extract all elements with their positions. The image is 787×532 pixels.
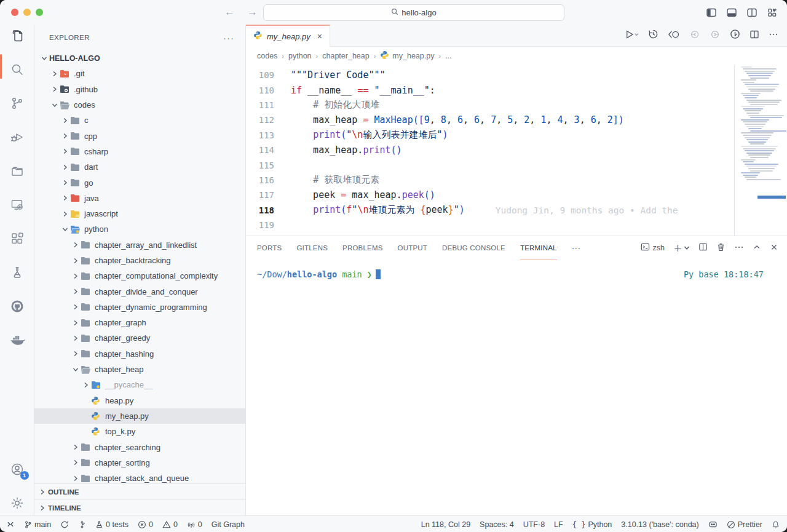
tree-item-codes[interactable]: codes xyxy=(34,97,245,113)
panel-tab-gitlens[interactable]: GITLENS xyxy=(296,236,328,260)
chevron-right-icon[interactable] xyxy=(71,444,81,450)
source-control-icon[interactable] xyxy=(10,96,25,111)
chevron-right-icon[interactable] xyxy=(60,195,70,201)
status-3-10-13-base-conda[interactable]: 3.10.13 ('base': conda) xyxy=(621,520,698,529)
nav-forward-icon[interactable] xyxy=(710,30,721,42)
tree-item-go[interactable]: go xyxy=(34,175,245,190)
status-warning[interactable]: 0 xyxy=(162,520,178,529)
minimap[interactable] xyxy=(734,65,787,236)
chevron-right-icon[interactable] xyxy=(71,258,81,264)
code-line-117[interactable]: 117 peek = max_heap.peek() xyxy=(246,188,787,202)
remote-explorer-icon[interactable] xyxy=(10,197,25,212)
status-ln-118-col-29[interactable]: Ln 118, Col 29 xyxy=(421,520,470,529)
gitlens-open-revision-icon[interactable] xyxy=(668,30,680,42)
chevron-right-icon[interactable] xyxy=(71,459,81,466)
search-icon[interactable] xyxy=(10,62,25,77)
code-line-116[interactable]: 116 # 获取堆顶元素 xyxy=(246,173,787,188)
new-terminal-icon[interactable] xyxy=(673,244,690,253)
tree-item-heap-py[interactable]: heap.py xyxy=(34,393,245,408)
history-icon[interactable] xyxy=(648,29,658,42)
status-gitlens[interactable] xyxy=(78,520,86,529)
toggle-panel-icon[interactable] xyxy=(727,8,737,17)
settings-gear-icon[interactable] xyxy=(10,496,25,510)
run-icon[interactable] xyxy=(625,30,639,42)
chevron-down-icon[interactable] xyxy=(60,226,70,232)
tree-item-chapter-backtracking[interactable]: chapter_backtracking xyxy=(34,253,245,268)
tree-item-my-heap-py[interactable]: my_heap.py xyxy=(34,408,245,424)
github-icon[interactable] xyxy=(10,299,25,314)
panel-tab-output[interactable]: OUTPUT xyxy=(398,236,427,260)
tree-item-chapter-heap[interactable]: chapter_heap xyxy=(34,362,245,377)
breadcrumb-item-chapter-heap[interactable]: chapter_heap xyxy=(322,52,369,60)
code-editor[interactable]: 109"""Driver Code"""110if __name__ == "_… xyxy=(246,65,787,236)
tree-item-javascript[interactable]: JSjavascript xyxy=(34,206,245,221)
code-line-114[interactable]: 114 max_heap.print() xyxy=(246,143,787,157)
code-line-112[interactable]: 112 max_heap = MaxHeap([9, 8, 6, 6, 7, 5… xyxy=(246,113,787,127)
status-git-graph[interactable]: Git Graph xyxy=(212,520,245,529)
toggle-sidebar-icon[interactable] xyxy=(706,8,716,17)
chevron-down-icon[interactable] xyxy=(50,102,60,108)
tree-item-top-k-py[interactable]: top_k.py xyxy=(34,424,245,439)
command-center-search[interactable]: hello-algo xyxy=(263,4,564,21)
code-line-110[interactable]: 110if __name__ == "__main__": xyxy=(246,82,787,97)
shell-selector[interactable]: zsh xyxy=(641,242,665,253)
status-bell[interactable] xyxy=(772,520,780,529)
chevron-down-icon[interactable] xyxy=(684,245,690,251)
tree-item-chapter-searching[interactable]: chapter_searching xyxy=(34,439,245,455)
code-line-109[interactable]: 109"""Driver Code""" xyxy=(246,68,787,82)
tab-my-heap[interactable]: my_heap.py × xyxy=(246,25,330,47)
history-back-button[interactable]: ← xyxy=(224,6,235,18)
run-debug-icon[interactable] xyxy=(10,130,25,145)
close-window-button[interactable] xyxy=(11,9,18,16)
chevron-right-icon[interactable] xyxy=(60,148,70,154)
tree-item-chapter-divide-and-conquer[interactable]: chapter_divide_and_conquer xyxy=(34,284,245,299)
split-terminal-icon[interactable] xyxy=(698,242,708,253)
account-icon[interactable]: 1 xyxy=(10,462,25,477)
chevron-down-icon[interactable] xyxy=(39,55,49,62)
code-line-111[interactable]: 111 # 初始化大顶堆 xyxy=(246,98,787,113)
code-line-113[interactable]: 113 print("\n输入列表并建堆后") xyxy=(246,128,787,143)
status-error[interactable]: 0 xyxy=(138,520,153,529)
explorer-icon[interactable] xyxy=(10,28,25,43)
tree-item-hello-algo[interactable]: HELLO-ALGO xyxy=(34,50,245,66)
history-forward-button[interactable]: → xyxy=(247,6,258,18)
tree-item-github[interactable]: .github xyxy=(34,82,245,97)
panel-tab-ports[interactable]: PORTS xyxy=(257,236,282,260)
split-editor-icon[interactable] xyxy=(747,8,757,17)
status-utf-8[interactable]: UTF-8 xyxy=(523,520,545,529)
panel-tabs-more-button[interactable]: ··· xyxy=(572,236,581,260)
tree-item-chapter-stack-and-queue[interactable]: chapter_stack_and_queue xyxy=(34,470,245,483)
tree-item-cpp[interactable]: cpp xyxy=(34,128,245,143)
project-manager-icon[interactable] xyxy=(10,164,25,178)
sidebar-section-outline[interactable]: OUTLINE xyxy=(34,483,245,499)
customize-layout-icon[interactable] xyxy=(767,8,777,17)
tree-item-chapter-array-and-linkedlist[interactable]: chapter_array_and_linkedlist xyxy=(34,237,245,253)
breadcrumb-item-codes[interactable]: codes xyxy=(257,52,277,60)
chevron-right-icon[interactable] xyxy=(71,242,81,248)
tree-item-java[interactable]: java xyxy=(34,191,245,206)
panel-tab-terminal[interactable]: TERMINAL xyxy=(520,236,557,260)
kill-terminal-icon[interactable] xyxy=(716,242,726,253)
tree-item-chapter-dynamic-programming[interactable]: chapter_dynamic_programming xyxy=(34,300,245,315)
split-editor-icon[interactable] xyxy=(749,30,759,42)
views-and-more-actions-button[interactable]: ··· xyxy=(223,33,234,43)
tree-item-pycache[interactable]: __pycache__ xyxy=(34,377,245,392)
terminal[interactable]: ~/Dow/hello-algo main ❯ Py base 18:18:47 xyxy=(246,260,787,515)
status-spaces-4[interactable]: Spaces: 4 xyxy=(480,520,514,529)
tree-item-chapter-computational-complexity[interactable]: chapter_computational_complexity xyxy=(34,268,245,284)
breadcrumb-item-my-heap-py[interactable]: my_heap.py xyxy=(380,50,434,62)
more-icon[interactable] xyxy=(769,30,778,42)
panel-more-actions-icon[interactable] xyxy=(734,242,744,254)
breadcrumb-item-python[interactable]: python xyxy=(288,52,312,60)
status-broadcast[interactable]: 0 xyxy=(187,520,202,529)
chevron-right-icon[interactable] xyxy=(71,475,81,482)
chevron-right-icon[interactable] xyxy=(50,71,60,77)
status-sync[interactable] xyxy=(60,520,69,529)
chevron-right-icon[interactable] xyxy=(71,288,81,295)
sidebar-section-timeline[interactable]: TIMELINE xyxy=(34,499,245,515)
chevron-right-icon[interactable] xyxy=(60,133,70,139)
extensions-icon[interactable] xyxy=(10,231,25,246)
chevron-right-icon[interactable] xyxy=(60,211,70,217)
chevron-right-icon[interactable] xyxy=(60,180,70,186)
tree-item-chapter-greedy[interactable]: chapter_greedy xyxy=(34,330,245,346)
